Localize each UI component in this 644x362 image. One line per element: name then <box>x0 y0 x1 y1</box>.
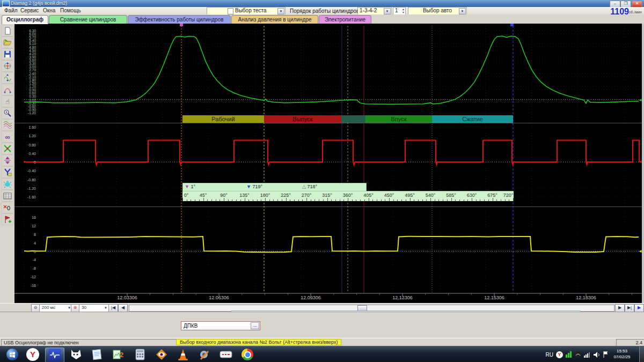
waveforms-button[interactable] <box>1 119 14 131</box>
zero-level-button[interactable]: 0 <box>1 202 14 213</box>
tab-power-supply[interactable]: Электропитание <box>319 15 371 24</box>
tray-chart-icon[interactable] <box>566 351 572 358</box>
network-signal-icon[interactable] <box>584 352 591 358</box>
status-bar: USB Осциллограф не подключен Выбор входн… <box>0 338 644 346</box>
show-desktop-button[interactable] <box>639 346 644 362</box>
tab-cylinder-comparison[interactable]: Сравнение цилиндров <box>49 15 127 24</box>
menu-windows[interactable]: Окна <box>41 8 57 14</box>
tab-cylinder-efficiency[interactable]: Эффективность работы цилиндров <box>128 15 231 24</box>
ruler-tick <box>236 200 237 201</box>
cursor-top-marker[interactable] <box>510 24 514 26</box>
ruler-tick <box>290 200 290 201</box>
go-start-button[interactable]: |◀ <box>108 304 118 312</box>
degree-marker[interactable]: ▼ 1° <box>185 184 195 189</box>
taskbar-app2[interactable]: 2 <box>109 348 128 361</box>
compare-waves-button[interactable] <box>1 143 14 154</box>
chevron-down-icon[interactable]: ▼ <box>277 8 284 14</box>
chevron-down-icon[interactable]: ▼ <box>459 8 466 14</box>
tab-pressure-analysis[interactable]: Анализ давления в цилиндре <box>231 15 318 24</box>
taskbar-diamag-active[interactable] <box>45 348 64 362</box>
degree-marker[interactable]: △ 718° <box>302 184 317 189</box>
zoom-in-time-button[interactable]: ⊕ <box>71 304 79 312</box>
ruler-tick <box>187 200 187 201</box>
menu-service[interactable]: Сервис <box>18 8 41 14</box>
speaker-icon[interactable] <box>594 352 600 358</box>
add-marker-button[interactable] <box>1 213 14 225</box>
spinner-arrows-icon[interactable]: ▲▼ <box>402 8 405 14</box>
y-axis-tick-ch3: -4 <box>16 258 36 262</box>
language-indicator[interactable]: RU <box>546 352 553 358</box>
new-file-button[interactable] <box>1 25 14 36</box>
menu-help[interactable]: Помощь <box>58 8 83 14</box>
cylinder-order-combo[interactable]: 1-3-4-2 ▼ <box>357 7 392 15</box>
channel2-zero-marker-right[interactable]: ◄ <box>638 160 642 164</box>
channel1-zero-marker-right[interactable]: ◄ <box>638 98 642 102</box>
cylinder-number-stepper[interactable]: 1 ▲▼ <box>393 7 406 15</box>
start-button[interactable] <box>3 348 21 361</box>
action-center-flag-icon[interactable] <box>603 351 609 358</box>
step-back-button[interactable]: ◀ <box>118 304 128 312</box>
menu-file[interactable]: Файл <box>2 8 20 14</box>
ruler-tick <box>509 200 509 201</box>
time-axis-label: 12.15306 <box>484 295 504 300</box>
split-view-button[interactable] <box>1 154 14 166</box>
pan-hand-button[interactable]: ☝ <box>1 95 14 107</box>
ruler-degree-label: 270° <box>302 193 312 198</box>
horizontal-scale-button[interactable] <box>1 84 14 95</box>
save-button[interactable] <box>1 48 14 60</box>
eye-icon <box>155 349 168 360</box>
degree-ruler[interactable]: 0°45°90°135°180°225°270°315°360°405°450°… <box>182 191 514 201</box>
cursor-marker-button[interactable] <box>1 166 14 178</box>
ruler-tick <box>435 200 435 201</box>
tray-yandex-icon[interactable]: Y <box>556 351 563 358</box>
timebase-combo[interactable]: 200 мс▼ <box>39 304 72 312</box>
degree-marker[interactable]: ▼ 719° <box>246 184 262 189</box>
channel2-zero-marker-left[interactable]: ● <box>23 160 26 164</box>
ruler-tick <box>513 198 514 201</box>
overlay-loops-button[interactable]: ∞ <box>1 131 14 143</box>
probe-more-button[interactable]: ... <box>251 322 259 329</box>
cursor-top-marker[interactable] <box>180 24 183 26</box>
tray-app-icon[interactable] <box>575 351 581 358</box>
auto-scale-button[interactable] <box>1 60 14 72</box>
table-grid-button[interactable] <box>1 190 14 202</box>
taskbar-settings[interactable] <box>195 348 214 361</box>
play-forward-button[interactable]: ▶ <box>634 304 644 312</box>
go-end-button[interactable]: ▶| <box>625 304 634 312</box>
zoom-out-time-button[interactable]: ⊖ <box>31 304 40 312</box>
y-axis-tick-ch1: -1.20 <box>16 111 36 115</box>
sweep-combo[interactable]: 30▼ <box>79 304 109 312</box>
auto-select-combo[interactable]: Выбор авто ▼ <box>408 7 467 15</box>
open-file-button[interactable] <box>1 36 14 48</box>
taskbar-yandex[interactable]: Y <box>24 348 42 361</box>
step-forward-button[interactable]: ▶ <box>615 304 625 312</box>
time-axis-label: 12.18306 <box>576 295 596 300</box>
ruler-degree-label: 630° <box>467 193 477 198</box>
ruler-tick <box>352 200 353 201</box>
probe-name-input[interactable] <box>182 322 249 329</box>
tab-oscilloscope[interactable]: Осциллограф <box>2 15 48 24</box>
taskbar-chrome[interactable] <box>238 348 257 361</box>
notepad-icon <box>92 349 103 360</box>
vertical-scale-button[interactable] <box>1 72 14 84</box>
ruler-tick <box>393 200 394 201</box>
taskbar-notepad[interactable] <box>88 348 106 361</box>
zoom-button[interactable] <box>1 107 14 119</box>
ruler-tick <box>323 200 324 201</box>
calculator-icon <box>135 349 145 360</box>
ruler-tick <box>467 200 468 201</box>
taskbar-vlc[interactable] <box>174 348 192 361</box>
taskbar-clock[interactable]: 15:53 07/02/25 <box>610 348 634 360</box>
ruler-tick <box>211 200 212 201</box>
oscilloscope-chart[interactable]: 1 Датчик давления в цилиндре (Bar) 2 ДПК… <box>14 24 644 303</box>
taskbar-diagnostics[interactable] <box>152 348 171 361</box>
ruler-tick <box>195 200 195 201</box>
taskbar-modem[interactable] <box>217 348 235 361</box>
taskbar-fox[interactable] <box>67 348 85 361</box>
channel3-zero-marker-right[interactable]: ◄ <box>638 249 642 254</box>
debug-bug-button[interactable] <box>1 178 14 190</box>
taskbar-calculator[interactable] <box>131 348 149 361</box>
chevron-down-icon[interactable]: ▼ <box>384 8 391 14</box>
test-select-combo[interactable]: Выбор теста ▼ <box>207 7 286 15</box>
ruler-tick <box>199 200 200 201</box>
